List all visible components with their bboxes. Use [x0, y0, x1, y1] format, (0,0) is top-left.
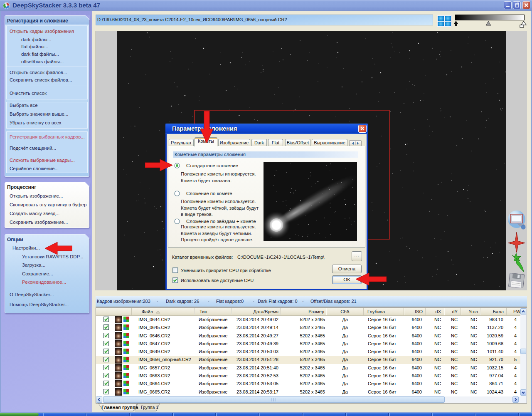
svg-text:Главная группа: Главная группа: [101, 405, 138, 410]
svg-text:Группа 1: Группа 1: [141, 405, 158, 410]
